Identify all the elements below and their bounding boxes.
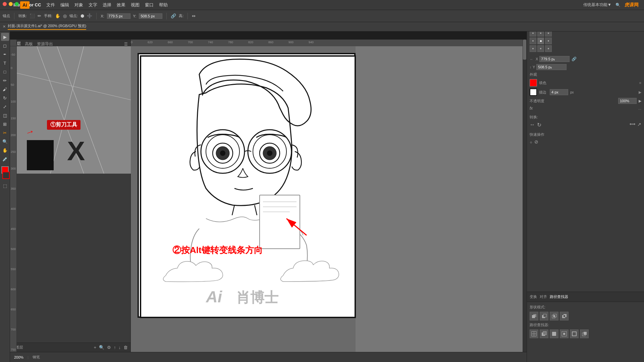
pf-minus-front[interactable]	[540, 312, 548, 320]
ruler-mark-v: 250	[11, 150, 16, 154]
quick-action-icons: ⬦ ⊘	[530, 139, 641, 144]
menu-help[interactable]: 帮助	[159, 2, 168, 8]
transform-shear-icon[interactable]: ↗	[637, 122, 641, 128]
pf-exclude[interactable]	[560, 312, 569, 320]
shape-tool[interactable]: □	[1, 68, 9, 76]
menu-select[interactable]: 选择	[103, 2, 111, 8]
transform-icon[interactable]: ⬛	[30, 13, 35, 18]
stroke-more-icon[interactable]: ▶	[639, 90, 641, 95]
ruler-mark: 620	[148, 41, 153, 44]
transform-move-icon[interactable]: ↔	[530, 122, 535, 128]
fill-options-icon[interactable]: ≡	[639, 81, 641, 85]
zoom-level[interactable]: 200%	[14, 355, 23, 359]
anchor-midcenter[interactable]	[537, 38, 544, 44]
direct-select-tool[interactable]: ◻	[1, 42, 9, 50]
select-tool[interactable]: ▶	[1, 33, 9, 41]
pf-merge[interactable]	[550, 329, 558, 338]
pathfinder-shape-label: 形状模式:	[530, 305, 641, 310]
rotate-tool[interactable]: ↻	[1, 94, 9, 102]
scale-tool[interactable]: ⤢	[1, 103, 9, 111]
anchor-tool1[interactable]: ⬢	[80, 13, 84, 18]
search-icon[interactable]: 🔍	[615, 3, 621, 7]
rpanel-bottom-align[interactable]: 对齐	[540, 294, 547, 299]
pf-unite[interactable]	[530, 312, 538, 320]
brush-tool[interactable]: 🖌	[1, 85, 9, 93]
window-controls	[3, 2, 19, 6]
menu-text[interactable]: 文字	[89, 2, 97, 8]
close-tab-icon[interactable]: ✕	[3, 24, 6, 29]
anchor-icon[interactable]: ◎	[63, 13, 67, 18]
appearance-section: 外观 填色 ≡ 描边 px ▶ 不透明度 ▶ fx ...	[530, 72, 641, 111]
pencil-tool[interactable]: ✏	[1, 76, 9, 84]
layers-menu-icon[interactable]: ☰	[124, 42, 128, 47]
qa-anchor-icon[interactable]: ⬦	[530, 139, 532, 144]
anchor-botcenter[interactable]	[537, 45, 544, 52]
x-value-input[interactable]	[539, 56, 570, 62]
workspace-dropdown[interactable]: 传统基本功能▼	[583, 2, 611, 8]
rpanel-bottom-pathfinder[interactable]: 路径查找器	[550, 294, 568, 299]
layer-settings-btn[interactable]: ⚙	[107, 345, 111, 350]
layer-move-up-btn[interactable]: ↑	[114, 345, 116, 350]
transform-reflect-icon[interactable]: ⟺	[630, 122, 635, 128]
anchor-midleft[interactable]	[530, 38, 536, 44]
mesh-tool[interactable]: ⊞	[1, 120, 9, 128]
search-layer-btn[interactable]: 🔍	[99, 345, 104, 350]
opacity-input[interactable]	[618, 98, 637, 104]
anchor-midright[interactable]	[545, 38, 552, 44]
artboard-tool[interactable]: ⬚	[1, 182, 9, 190]
menu-file[interactable]: 文件	[46, 2, 55, 8]
anchor-tool2[interactable]: ➕	[87, 13, 92, 18]
y-value-input[interactable]	[536, 64, 567, 70]
minimize-button[interactable]	[9, 2, 13, 6]
rpanel-bottom-transform[interactable]: 变换	[530, 294, 537, 299]
resize-icon[interactable]: ⇔	[192, 13, 196, 18]
pf-outline[interactable]	[570, 329, 579, 338]
type-tool[interactable]: T	[1, 59, 9, 67]
anchor-botleft[interactable]	[530, 45, 536, 52]
x-input[interactable]	[107, 13, 130, 19]
menu-right-area: 传统基本功能▼ 🔍 虎课网	[583, 2, 644, 8]
pf-divide[interactable]	[530, 329, 538, 338]
svg-text:X: X	[67, 136, 85, 166]
pf-intersect[interactable]	[550, 312, 558, 320]
opacity-expand-icon[interactable]: ▶	[639, 99, 641, 103]
pen-icon[interactable]: ✏	[38, 13, 41, 18]
layer-move-down-btn[interactable]: ↓	[119, 345, 121, 350]
menu-effects[interactable]: 效果	[117, 2, 125, 8]
menu-edit[interactable]: 编辑	[60, 2, 69, 8]
pf-crop[interactable]	[560, 329, 569, 338]
vertical-scrollbar[interactable]	[523, 40, 527, 352]
scissors-tool[interactable]: ✂	[1, 129, 9, 137]
link-icon[interactable]: 🔗	[171, 13, 176, 18]
pen-tool[interactable]: ✒	[1, 50, 9, 58]
rpanel-link-icon[interactable]: 🔗	[572, 57, 577, 61]
y-input[interactable]	[139, 13, 162, 19]
ruler-mark: 860	[268, 41, 273, 44]
hand-tool[interactable]: ✋	[1, 146, 9, 154]
gradient-tool[interactable]: ◫	[1, 111, 9, 119]
stroke-width-input[interactable]	[550, 89, 568, 95]
zoom-tool[interactable]: 🔍	[1, 137, 9, 145]
menu-window[interactable]: 窗口	[145, 2, 154, 8]
qa-smooth-icon[interactable]: ⊘	[534, 139, 538, 144]
stroke-swatch[interactable]	[530, 88, 537, 96]
fx-options-icon[interactable]: ...	[638, 106, 641, 110]
doc-tab-label[interactable]: 封面-演示源文件1.ai* @ 200% (RGB/GPU 预览)	[8, 23, 86, 30]
ruler-mark-v: 100	[11, 100, 16, 103]
stroke-color[interactable]	[2, 172, 10, 179]
menu-view[interactable]: 视图	[131, 2, 140, 8]
close-button[interactable]	[3, 2, 7, 6]
add-layer-btn[interactable]: +	[94, 345, 96, 350]
transform-rotate-icon[interactable]: ↻	[537, 122, 541, 128]
eyedropper-tool[interactable]: 💉	[1, 155, 9, 163]
menu-object[interactable]: 对象	[74, 2, 83, 8]
delete-layer-btn[interactable]: 🗑	[123, 345, 128, 350]
svg-rect-34	[564, 315, 565, 317]
pf-minus-back[interactable]	[580, 329, 589, 338]
pf-trim[interactable]	[540, 329, 548, 338]
anchor-botright[interactable]	[545, 45, 552, 52]
hand-icon[interactable]: ✋	[55, 13, 60, 18]
scroll-thumb[interactable]	[523, 40, 526, 60]
maximize-button[interactable]	[15, 2, 19, 6]
fill-swatch[interactable]	[530, 79, 537, 86]
